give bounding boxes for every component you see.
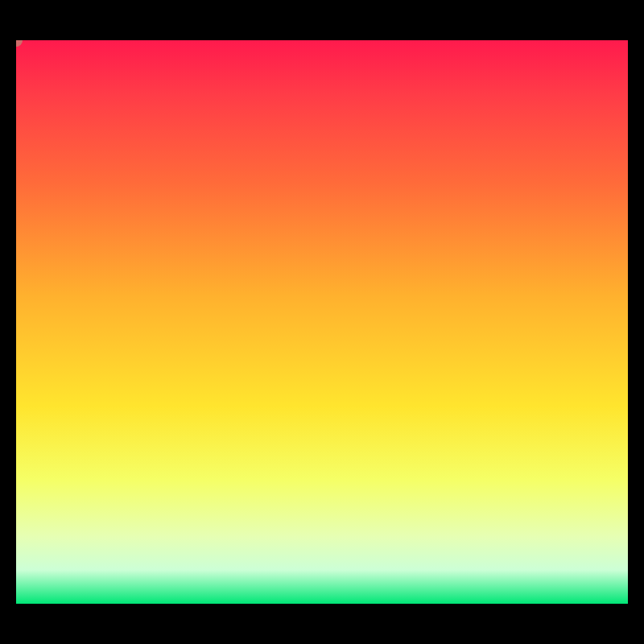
svg-point-0 [16, 40, 23, 47]
chart-frame [16, 16, 628, 628]
optimal-range-marker [16, 40, 628, 604]
